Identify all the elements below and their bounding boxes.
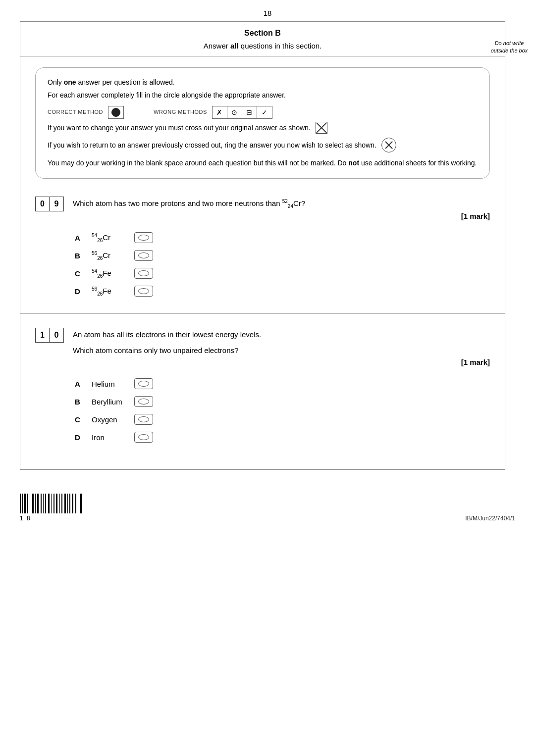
q10-option-d-bubble[interactable]: [134, 432, 153, 443]
q10-option-c-bubble[interactable]: [134, 414, 153, 425]
section-divider: [20, 313, 505, 314]
q10-option-c-letter: C: [75, 415, 84, 424]
q10-option-b-bubble[interactable]: [134, 396, 153, 407]
not-bold: not: [348, 159, 359, 167]
q10-option-d-bubble-inner: [138, 434, 149, 440]
q9-digit-9: 9: [50, 197, 63, 211]
circle-filled-icon: [111, 108, 120, 117]
q10-option-a-letter: A: [75, 380, 84, 388]
q9-option-a-letter: A: [75, 234, 84, 242]
q9-option-c-row: C 5426Fe: [75, 268, 490, 279]
question-9-section: 0 9 Which atom has two more protons and …: [20, 188, 505, 308]
q9-cr-element: Cr?: [293, 199, 305, 207]
q9-option-d-text: 5626Fe: [92, 286, 126, 297]
wrong-icon-x: ✗: [213, 106, 227, 118]
q10-text: An atom has all its electrons in their l…: [73, 328, 490, 373]
q9-mark: [1 mark]: [73, 210, 490, 222]
q9-option-b-bubble[interactable]: [134, 250, 153, 261]
q9-text-main: Which atom has two more protons and two …: [73, 199, 282, 207]
change-answer-text: If you want to change your answer you mu…: [48, 122, 311, 133]
barcode-number: 1 8: [20, 515, 31, 522]
q10-option-c-text: Oxygen: [92, 415, 126, 424]
instruction-line1: Only one answer per question is allowed.: [48, 77, 478, 88]
q10-option-a-text: Helium: [92, 380, 126, 388]
do-not-write-note: Do not write outside the box: [489, 40, 529, 55]
footer-code: IB/M/Jun22/7404/1: [465, 515, 515, 522]
q9-cr-sub: 24: [288, 203, 293, 209]
q10-row: 1 0 An atom has all its electrons in the…: [35, 328, 490, 373]
q10-option-b-text: Beryllium: [92, 398, 126, 406]
filled-circle-cell: [108, 106, 123, 118]
q9-option-b-row: B 5626Cr: [75, 250, 490, 261]
q9-option-a-text: 5426Cr: [92, 233, 126, 243]
q9-row: 0 9 Which atom has two more protons and …: [35, 197, 490, 227]
q9-number-box: 0 9: [35, 197, 64, 211]
instructions-box: Only one answer per question is allowed.…: [35, 67, 490, 179]
q9-option-c-letter: C: [75, 269, 84, 278]
wrong-icon-shade: ⊟: [242, 106, 257, 118]
q9-option-d-bubble-inner: [138, 288, 149, 294]
q10-option-d-row: D Iron: [75, 432, 490, 443]
q9-option-b-text: 5626Cr: [92, 251, 126, 261]
wrong-icon-tick: ✓: [257, 106, 272, 118]
correct-method-label: CORRECT METHOD: [48, 108, 103, 117]
change-answer-row: If you want to change your answer you mu…: [48, 122, 478, 134]
cross-out-example-icon: [316, 122, 327, 134]
q9-option-d-row: D 5626Fe: [75, 286, 490, 297]
q9-cr-sup: 52: [282, 199, 288, 204]
q10-option-c-bubble-inner: [138, 416, 149, 422]
method-row: CORRECT METHOD WRONG METHODS ✗ ⊙ ⊟ ✓: [48, 106, 478, 119]
q10-option-a-bubble-inner: [138, 381, 149, 387]
main-content-border: Section B Answer all questions in this s…: [20, 21, 505, 470]
wrong-icon-dot: ⊙: [227, 106, 242, 118]
all-bold: all: [230, 42, 239, 50]
q10-text2: Which atom contains only two unpaired el…: [73, 345, 490, 356]
q9-digit-0: 0: [36, 197, 50, 211]
working-note: You may do your working in the blank spa…: [48, 157, 478, 168]
q9-text: Which atom has two more protons and two …: [73, 197, 490, 227]
q10-option-d-letter: D: [75, 433, 84, 442]
q10-digit-1: 1: [36, 328, 50, 342]
question-10-section: 1 0 An atom has all its electrons in the…: [20, 319, 505, 469]
q9-option-b-letter: B: [75, 252, 84, 260]
q10-option-c-row: C Oxygen: [75, 414, 490, 425]
q10-number-box: 1 0: [35, 328, 64, 343]
q10-option-b-bubble-inner: [138, 399, 149, 404]
ring-cross-example-icon: [381, 138, 396, 152]
correct-method-icon: [108, 106, 124, 119]
q9-option-c-text: 5426Fe: [92, 268, 126, 279]
q10-option-a-row: A Helium: [75, 378, 490, 389]
q9-option-a-bubble-inner: [138, 235, 149, 241]
return-answer-row: If you wish to return to an answer previ…: [48, 138, 478, 152]
q10-option-d-text: Iron: [92, 433, 126, 442]
q9-option-a-row: A 5426Cr: [75, 232, 490, 243]
q10-option-b-letter: B: [75, 398, 84, 406]
instruction-line2: For each answer completely fill in the c…: [48, 90, 478, 101]
q10-option-a-bubble[interactable]: [134, 378, 153, 389]
q10-options: A Helium B Beryllium C Oxygen: [75, 378, 490, 443]
return-answer-text: If you wish to return to an answer previ…: [48, 140, 376, 151]
q9-option-d-letter: D: [75, 287, 84, 296]
q9-option-d-bubble[interactable]: [134, 286, 153, 297]
section-b-title: Section B: [30, 29, 495, 38]
one-bold: one: [64, 78, 76, 86]
q10-text1: An atom has all its electrons in their l…: [73, 329, 490, 341]
q10-mark: [1 mark]: [73, 356, 490, 368]
section-b-header: Section B Answer all questions in this s…: [20, 22, 505, 56]
barcode-image: [20, 494, 82, 513]
wrong-methods-label: WRONG METHODS: [154, 108, 207, 117]
q9-option-c-bubble[interactable]: [134, 268, 153, 279]
q10-digit-0: 0: [50, 328, 63, 342]
q10-option-b-row: B Beryllium: [75, 396, 490, 407]
page-number: 18: [0, 0, 535, 21]
wrong-methods-icons: ✗ ⊙ ⊟ ✓: [212, 106, 272, 119]
q9-option-b-bubble-inner: [138, 252, 149, 258]
q9-option-a-bubble[interactable]: [134, 232, 153, 243]
q9-options: A 5426Cr B 5626Cr C: [75, 232, 490, 297]
q9-option-c-bubble-inner: [138, 270, 149, 276]
section-b-subtitle: Answer all questions in this section.: [30, 42, 495, 50]
page-footer: 1 8 IB/M/Jun22/7404/1: [0, 485, 535, 527]
barcode: 1 8: [20, 494, 82, 522]
